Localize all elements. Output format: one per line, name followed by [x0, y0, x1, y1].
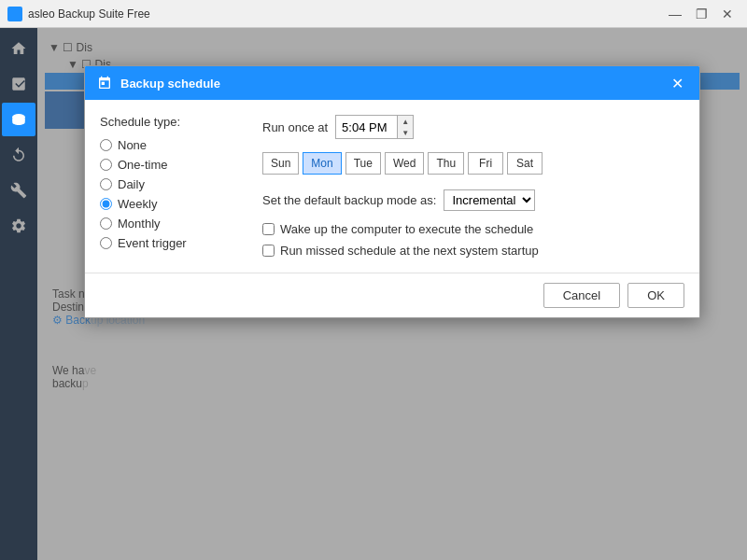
app-title: asleo Backup Suite Free: [28, 7, 663, 21]
sidebar-item-backup[interactable]: [2, 67, 35, 101]
radio-event-input[interactable]: [100, 237, 112, 249]
radio-onetime-label[interactable]: One-time: [118, 158, 167, 172]
radio-none-input[interactable]: [100, 139, 112, 151]
checkbox-missed[interactable]: Run missed schedule at the next system s…: [262, 244, 684, 258]
missed-checkbox[interactable]: [262, 245, 275, 257]
sidebar: [0, 28, 37, 560]
dialog-header: Backup schedule ✕: [85, 66, 699, 100]
day-buttons-row: Sun Mon Tue Wed Thu Fri Sat: [262, 152, 684, 175]
close-button[interactable]: ✕: [715, 5, 740, 23]
dialog-title: Backup schedule: [96, 75, 220, 91]
radio-none[interactable]: None: [100, 138, 240, 152]
run-once-row: Run once at ▲ ▼: [262, 115, 684, 139]
backup-mode-label: Set the default backup mode as:: [262, 193, 436, 207]
radio-event-label[interactable]: Event trigger: [118, 236, 187, 250]
schedule-type-radio-group: None One-time Daily: [100, 138, 240, 250]
day-mon-button[interactable]: Mon: [303, 152, 341, 175]
run-once-label: Run once at: [262, 120, 328, 134]
time-input-wrapper: ▲ ▼: [335, 115, 414, 139]
time-up-button[interactable]: ▲: [398, 116, 413, 127]
backup-mode-row: Set the default backup mode as: Incremen…: [262, 189, 684, 211]
day-fri-button[interactable]: Fri: [468, 152, 503, 175]
missed-label[interactable]: Run missed schedule at the next system s…: [280, 244, 539, 258]
checkbox-group: Wake up the computer to execute the sche…: [262, 222, 684, 258]
backup-schedule-dialog: Backup schedule ✕ Schedule type: None: [84, 65, 700, 318]
wakeup-checkbox[interactable]: [262, 223, 275, 235]
calendar-icon: [96, 75, 113, 91]
schedule-types-panel: Schedule type: None One-time: [100, 115, 240, 258]
radio-onetime-input[interactable]: [100, 159, 112, 171]
radio-daily-input[interactable]: [100, 178, 112, 190]
app-icon: [7, 7, 22, 21]
wakeup-label[interactable]: Wake up the computer to execute the sche…: [280, 222, 533, 236]
dialog-body: Schedule type: None One-time: [85, 100, 699, 273]
radio-daily[interactable]: Daily: [100, 177, 240, 191]
sidebar-item-home[interactable]: [2, 32, 35, 65]
restore-button[interactable]: ❐: [689, 5, 713, 23]
window-controls: — ❐ ✕: [663, 5, 740, 23]
radio-weekly-input[interactable]: [100, 198, 112, 210]
radio-none-label[interactable]: None: [118, 138, 147, 152]
cancel-button[interactable]: Cancel: [543, 283, 620, 308]
radio-monthly-input[interactable]: [100, 217, 112, 230]
sidebar-item-disk[interactable]: [2, 103, 35, 136]
title-bar: asleo Backup Suite Free — ❐ ✕: [0, 0, 747, 28]
modal-overlay: Backup schedule ✕ Schedule type: None: [37, 28, 747, 560]
time-input[interactable]: [336, 119, 397, 136]
sidebar-item-restore[interactable]: [2, 138, 35, 172]
day-thu-button[interactable]: Thu: [428, 152, 464, 175]
radio-monthly[interactable]: Monthly: [100, 217, 240, 231]
sidebar-item-settings[interactable]: [2, 209, 35, 243]
ok-button[interactable]: OK: [627, 283, 684, 308]
radio-weekly[interactable]: Weekly: [100, 197, 240, 211]
time-spinner: ▲ ▼: [397, 116, 413, 138]
day-wed-button[interactable]: Wed: [385, 152, 424, 175]
schedule-config-panel: Run once at ▲ ▼ Sun: [262, 115, 684, 258]
sidebar-item-tools[interactable]: [2, 174, 35, 207]
schedule-type-label: Schedule type:: [100, 115, 240, 129]
day-tue-button[interactable]: Tue: [345, 152, 381, 175]
dialog-close-button[interactable]: ✕: [666, 72, 688, 94]
radio-weekly-label[interactable]: Weekly: [118, 197, 157, 211]
day-sat-button[interactable]: Sat: [507, 152, 543, 175]
radio-event-trigger[interactable]: Event trigger: [100, 236, 240, 250]
time-down-button[interactable]: ▼: [398, 127, 413, 138]
radio-monthly-label[interactable]: Monthly: [118, 217, 161, 231]
day-sun-button[interactable]: Sun: [262, 152, 299, 175]
backup-mode-select[interactable]: Incremental Full Differential: [444, 189, 535, 211]
radio-one-time[interactable]: One-time: [100, 158, 240, 172]
dialog-footer: Cancel OK: [85, 273, 699, 317]
radio-daily-label[interactable]: Daily: [118, 177, 145, 191]
main-content: ▼ ☐ Dis ▼ ☐ Dis ▼ ☐ Dis Task name: Desti…: [37, 28, 747, 560]
app-body: ▼ ☐ Dis ▼ ☐ Dis ▼ ☐ Dis Task name: Desti…: [0, 28, 747, 560]
checkbox-wakeup[interactable]: Wake up the computer to execute the sche…: [262, 222, 684, 236]
minimize-button[interactable]: —: [663, 5, 687, 23]
